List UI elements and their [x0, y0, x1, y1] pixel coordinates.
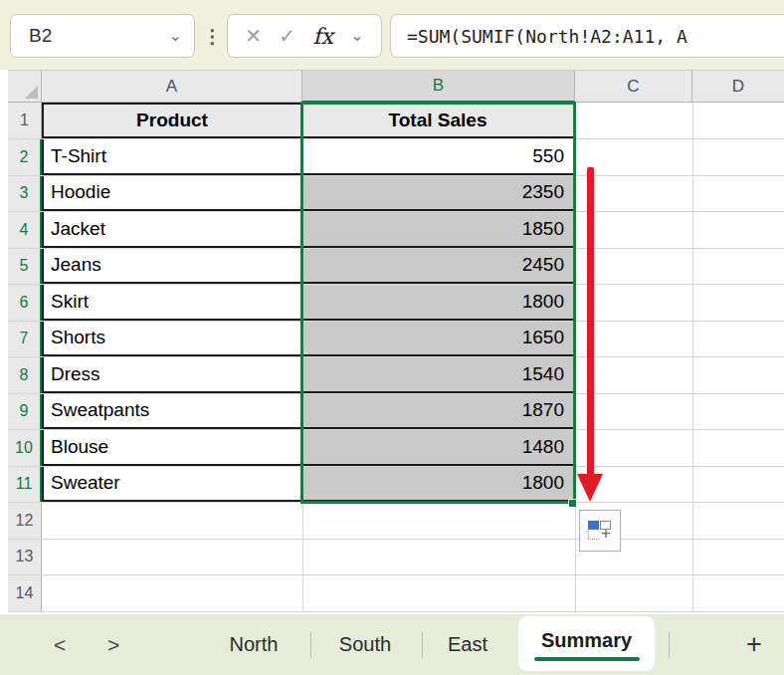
- cell-sales[interactable]: 1870: [302, 394, 575, 430]
- table-row: 4 Jacket 1850: [8, 212, 784, 249]
- prev-sheet-icon[interactable]: <: [54, 614, 66, 675]
- cell-product[interactable]: T-Shirt: [42, 139, 302, 175]
- active-tab-underline: [534, 657, 640, 661]
- sheet-rows: 1 Product Total Sales 2 T-Shirt 550 3 Ho…: [8, 103, 784, 612]
- row-header[interactable]: 11: [8, 467, 42, 503]
- cell-product[interactable]: Sweatpants: [42, 394, 302, 430]
- name-box-dropdown-icon[interactable]: ⌄: [169, 28, 182, 44]
- cell-sales[interactable]: 1850: [302, 212, 575, 248]
- table-row: 5 Jeans 2450: [8, 249, 784, 286]
- column-header-b-selected[interactable]: B: [302, 70, 575, 103]
- formula-toolbar: B2 ⌄ ⋮ ✕ ✓ fx ⌄ =SUM(SUMIF(North!A2:A11,…: [0, 0, 784, 70]
- spreadsheet-app: B2 ⌄ ⋮ ✕ ✓ fx ⌄ =SUM(SUMIF(North!A2:A11,…: [0, 0, 784, 675]
- row-header-1[interactable]: 1: [8, 103, 42, 138]
- empty-row: 14: [8, 575, 784, 612]
- fill-handle[interactable]: [568, 499, 577, 508]
- formula-text: =SUM(SUMIF(North!A2:A11, A: [407, 26, 687, 47]
- cell-product[interactable]: Skirt: [42, 285, 302, 321]
- row-header[interactable]: 5: [8, 249, 42, 285]
- cell-sales[interactable]: 1540: [302, 357, 575, 393]
- row-header[interactable]: 4: [8, 212, 42, 248]
- cell-product[interactable]: Blouse: [42, 430, 302, 466]
- cell-product[interactable]: Jeans: [42, 249, 302, 285]
- cell-sales-active[interactable]: 550: [302, 139, 575, 175]
- column-header-a[interactable]: A: [42, 70, 302, 103]
- cell-product[interactable]: Jacket: [42, 212, 302, 248]
- formula-buttons: ✕ ✓ fx ⌄: [227, 14, 382, 58]
- red-arrow-shaft: [587, 167, 594, 476]
- insert-function-icon[interactable]: fx: [312, 24, 333, 49]
- select-all-triangle-icon: [25, 86, 38, 99]
- table-row: 7 Shorts 1650: [8, 322, 784, 358]
- autofill-options-icon: +: [588, 521, 612, 541]
- empty-row: 13: [8, 540, 784, 576]
- table-header-row: 1 Product Total Sales: [8, 103, 784, 139]
- cell-product[interactable]: Sweater: [42, 467, 302, 503]
- column-header-row: A B C D: [8, 70, 784, 103]
- sheet-tab-bar: < > North South East Summary +: [0, 614, 784, 675]
- table-row: 11 Sweater 1800: [8, 467, 784, 504]
- row-header[interactable]: 13: [8, 540, 42, 575]
- tab-separator: [310, 632, 311, 658]
- sheet-tab-summary-active[interactable]: Summary: [518, 616, 655, 671]
- cell-a1-product-header[interactable]: Product: [42, 103, 302, 138]
- cell-product[interactable]: Shorts: [42, 322, 302, 357]
- name-box-value: B2: [29, 25, 52, 47]
- column-header-d[interactable]: D: [692, 70, 784, 103]
- cell-b1-sales-header[interactable]: Total Sales: [302, 103, 575, 138]
- select-all-corner[interactable]: [8, 70, 42, 103]
- red-arrow-head-icon: [577, 474, 603, 502]
- row-header[interactable]: 2: [8, 139, 42, 175]
- row-header[interactable]: 12: [8, 503, 42, 539]
- active-tab-label: Summary: [541, 629, 632, 652]
- column-header-c[interactable]: C: [575, 70, 692, 103]
- cell-product[interactable]: Hoodie: [42, 176, 302, 212]
- cell-sales[interactable]: 1480: [302, 430, 575, 466]
- table-row: 9 Sweatpants 1870: [8, 394, 784, 431]
- tab-separator: [422, 632, 423, 658]
- sheet-grid: A B C D 1 Product Total Sales 2 T-Shirt …: [0, 70, 784, 614]
- next-sheet-icon[interactable]: >: [107, 614, 119, 675]
- table-row: 8 Dress 1540: [8, 357, 784, 394]
- row-header[interactable]: 8: [8, 357, 42, 393]
- cell-product[interactable]: Dress: [42, 357, 302, 393]
- cell-sales[interactable]: 2350: [302, 176, 575, 212]
- table-row: 3 Hoodie 2350: [8, 176, 784, 213]
- row-header[interactable]: 9: [8, 394, 42, 430]
- sheet-tab-east[interactable]: East: [448, 614, 488, 675]
- table-row: 10 Blouse 1480: [8, 430, 784, 467]
- name-box[interactable]: B2 ⌄: [10, 14, 195, 58]
- row-header[interactable]: 10: [8, 430, 42, 466]
- toolbar-drag-handle-icon[interactable]: ⋮: [203, 14, 222, 58]
- sheet-tab-south[interactable]: South: [339, 614, 391, 675]
- tab-separator: [669, 632, 670, 658]
- row-header[interactable]: 14: [8, 575, 42, 611]
- table-row: 2 T-Shirt 550: [8, 139, 784, 176]
- autofill-options-button[interactable]: +: [579, 510, 621, 552]
- formula-input[interactable]: =SUM(SUMIF(North!A2:A11, A: [390, 14, 784, 58]
- function-dropdown-icon[interactable]: ⌄: [350, 28, 363, 44]
- cell-sales[interactable]: 1800: [302, 467, 575, 503]
- empty-row: 12: [8, 503, 784, 540]
- row-header[interactable]: 3: [8, 176, 42, 212]
- cell-sales[interactable]: 2450: [302, 249, 575, 285]
- cancel-icon[interactable]: ✕: [245, 24, 262, 48]
- row-header[interactable]: 6: [8, 285, 42, 321]
- sheet-tab-north[interactable]: North: [230, 614, 279, 675]
- table-row: 6 Skirt 1800: [8, 285, 784, 322]
- cell-sales[interactable]: 1800: [302, 285, 575, 321]
- row-header[interactable]: 7: [8, 322, 42, 357]
- enter-icon[interactable]: ✓: [279, 24, 295, 48]
- add-sheet-icon[interactable]: +: [746, 614, 762, 675]
- cell-sales[interactable]: 1650: [302, 322, 575, 357]
